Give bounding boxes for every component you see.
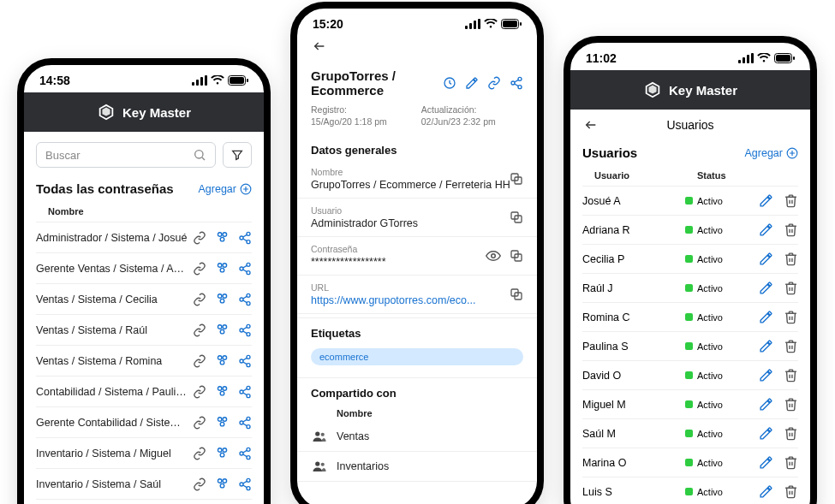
shared-column-name: Nombre [297,403,537,422]
share-icon[interactable] [238,231,252,245]
add-button[interactable]: Agregar [745,147,798,159]
user-row[interactable]: Miguel M Activo [582,390,798,419]
link-icon[interactable] [487,76,501,90]
filter-button[interactable] [223,142,252,168]
edit-icon[interactable] [759,368,773,382]
password-row[interactable]: Inventario / Sistema / Marina [36,500,252,504]
edit-icon[interactable] [465,76,479,90]
edit-icon[interactable] [759,339,773,353]
trash-icon[interactable] [784,281,798,295]
user-row-status: Activo [685,429,759,439]
link-icon[interactable] [193,293,206,306]
users-icon[interactable] [215,353,230,368]
copy-icon[interactable] [510,210,523,224]
edit-icon[interactable] [759,222,773,237]
trash-icon[interactable] [784,368,798,382]
trash-icon[interactable] [784,455,798,470]
users-icon[interactable] [215,384,230,399]
password-row[interactable]: Inventario / Sistema / Saúl [36,469,252,500]
share-icon[interactable] [238,323,252,337]
trash-icon[interactable] [784,397,798,412]
field-url-value[interactable]: https://www.grupotorres.com/eco... [311,294,523,306]
user-row[interactable]: Cecilia P Activo [582,245,798,274]
users-icon[interactable] [215,323,230,337]
share-icon[interactable] [238,416,252,430]
link-icon[interactable] [193,262,206,276]
user-row[interactable]: Paulina S Activo [582,332,798,361]
user-row-status: Activo [685,341,759,352]
shared-row[interactable]: Inventarios [297,452,537,482]
edit-icon[interactable] [759,397,773,412]
password-row[interactable]: Ventas / Sistema / Cecilia [36,284,252,315]
user-row-status: Activo [685,254,759,264]
copy-icon[interactable] [510,172,523,186]
edit-icon[interactable] [759,193,773,208]
link-icon[interactable] [193,354,206,368]
search-input[interactable]: Buscar [36,142,216,168]
users-icon[interactable] [215,415,230,430]
back-icon[interactable] [311,39,328,53]
password-row[interactable]: Gerente Contabilidad / Sistema / David [36,407,252,438]
edit-icon[interactable] [759,281,773,295]
share-icon[interactable] [238,385,252,399]
share-icon[interactable] [238,447,252,460]
user-row[interactable]: Luis S Activo [582,477,798,504]
link-icon[interactable] [193,477,206,491]
user-row[interactable]: David O Activo [582,361,798,390]
svg-rect-109 [469,23,472,29]
users-icon[interactable] [215,477,230,491]
screen-title: Usuarios [582,118,798,132]
trash-icon[interactable] [784,484,798,499]
password-row[interactable]: Gerente Ventas / Sistema / Adriana [36,253,252,284]
copy-icon[interactable] [510,249,523,263]
user-row-name: Adriana R [582,224,685,236]
svg-line-26 [243,265,248,268]
back-icon[interactable] [582,118,599,132]
edit-icon[interactable] [759,484,773,499]
user-row[interactable]: Marina O Activo [582,448,798,477]
group-icon [311,429,328,444]
link-icon[interactable] [193,447,206,460]
eye-icon[interactable] [486,248,501,264]
share-icon[interactable] [238,293,252,306]
link-icon[interactable] [193,231,206,245]
link-icon[interactable] [193,385,206,399]
history-icon[interactable] [443,76,456,90]
users-icon[interactable] [215,292,230,306]
shared-row[interactable]: Ventas [297,422,537,452]
trash-icon[interactable] [784,193,798,208]
password-row-label: Ventas / Sistema / Romina [36,355,193,367]
trash-icon[interactable] [784,310,798,324]
user-row[interactable]: Josué A Activo [582,187,798,216]
link-icon[interactable] [193,416,206,430]
share-icon[interactable] [510,76,523,90]
field-url-label: URL [311,282,523,293]
password-row[interactable]: Administrador / Sistema / Josué [36,222,252,253]
link-icon[interactable] [193,323,206,337]
user-row[interactable]: Romina C Activo [582,303,798,332]
edit-icon[interactable] [759,455,773,470]
edit-icon[interactable] [759,310,773,324]
add-button[interactable]: Agregar [199,183,252,195]
password-row[interactable]: Ventas / Sistema / Raúl [36,315,252,346]
password-row[interactable]: Ventas / Sistema / Romina [36,346,252,377]
trash-icon[interactable] [784,339,798,353]
user-row[interactable]: Saúl M Activo [582,419,798,448]
trash-icon[interactable] [784,252,798,266]
trash-icon[interactable] [784,426,798,441]
tag-ecommerce[interactable]: ecommerce [311,348,523,365]
password-row[interactable]: Contabilidad / Sistema / Paulina [36,377,252,407]
users-icon[interactable] [215,261,230,276]
edit-icon[interactable] [759,252,773,266]
share-icon[interactable] [238,262,252,276]
copy-icon[interactable] [510,288,523,301]
users-icon[interactable] [215,230,230,245]
share-icon[interactable] [238,477,252,491]
users-icon[interactable] [215,446,230,460]
trash-icon[interactable] [784,222,798,237]
user-row[interactable]: Adriana R Activo [582,216,798,245]
user-row[interactable]: Raúl J Activo [582,274,798,303]
share-icon[interactable] [238,354,252,368]
edit-icon[interactable] [759,426,773,441]
password-row[interactable]: Inventario / Sistema / Miguel [36,438,252,469]
